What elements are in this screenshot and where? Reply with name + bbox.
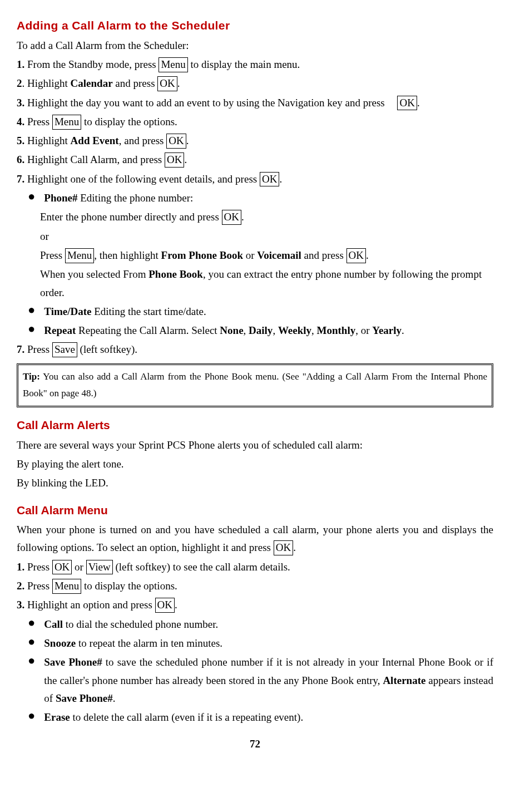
bullet-icon: ● [28,189,35,204]
ok-key: OK [222,210,241,225]
menu-step-3: 3. Highlight an option and press OK. [17,596,493,614]
menu-step-2: 2. Press Menu to display the options. [17,577,493,595]
ok-key: OK [397,96,417,111]
menu-key: Menu [52,115,81,130]
step-3: 3. Highlight the day you want to add an … [17,94,493,112]
menu-step-1: 1. Press OK or View (left softkey) to se… [17,558,493,576]
bullet-phone: ● Phone# Editing the phone number: [17,189,493,207]
alerts-intro: There are several ways your Sprint PCS P… [17,436,493,454]
page-number: 72 [17,735,493,753]
bullet-phone-detail-1: Enter the phone number directly and pres… [17,208,493,226]
ok-key: OK [166,134,186,149]
menu-key: Menu [65,248,94,263]
bullet-icon: ● [28,303,35,317]
ok-key: OK [157,76,177,91]
ok-key: OK [165,152,184,168]
bullet-repeat: ● Repeat Repeating the Call Alarm. Selec… [17,322,493,339]
step-5: 5. Highlight Add Event, and press OK. [17,132,493,150]
bullet-timedate: ● Time/Date Editing the start time/date. [17,303,493,321]
step-2: 2. Highlight Calendar and press OK. [17,75,493,92]
bullet-icon: ● [28,634,35,649]
step-1: 1. From the Standby mode, press Menu to … [17,56,493,73]
bullet-phone-or: or [17,228,493,245]
ok-key: OK [52,560,72,575]
ok-key: OK [274,540,293,555]
bullet-save-phone: ● Save Phone# to save the scheduled phon… [17,653,493,707]
bullet-icon: ● [28,322,35,336]
step-4: 4. Press Menu to display the options. [17,113,493,131]
bullet-icon: ● [28,708,35,723]
section-heading-alerts: Call Alarm Alerts [17,415,493,435]
menu-key: Menu [52,579,81,594]
ok-key: OK [260,172,279,187]
step-7b: 7. Press Save (left softkey). [17,341,493,358]
tip-box: Tip: You can also add a Call Alarm from … [17,363,493,407]
section-heading-adding-call-alarm: Adding a Call Alarm to the Scheduler [17,16,493,36]
bullet-erase: ● Erase to delete the call alarm (even i… [17,708,493,726]
step-6: 6. Highlight Call Alarm, and press OK. [17,151,493,169]
bullet-snooze: ● Snooze to repeat the alarm in ten minu… [17,634,493,652]
ok-key: OK [346,248,366,263]
intro-text: To add a Call Alarm from the Scheduler: [17,37,493,55]
alerts-tone: By playing the alert tone. [17,455,493,473]
menu-intro: When your phone is turned on and you hav… [17,521,493,557]
alerts-led: By blinking the LED. [17,474,493,492]
ok-key: OK [155,598,175,613]
step-7: 7. Highlight one of the following event … [17,170,493,188]
section-heading-menu: Call Alarm Menu [17,500,493,520]
bullet-phone-detail-2: Press Menu, then highlight From Phone Bo… [17,247,493,264]
bullet-call: ● Call to dial the scheduled phone numbe… [17,616,493,633]
bullet-icon: ● [28,653,35,668]
bullet-phone-detail-3: When you selected From Phone Book, you c… [17,265,493,302]
menu-key: Menu [159,57,187,72]
view-key: View [86,560,113,575]
save-key: Save [52,342,77,357]
bullet-icon: ● [28,616,35,630]
